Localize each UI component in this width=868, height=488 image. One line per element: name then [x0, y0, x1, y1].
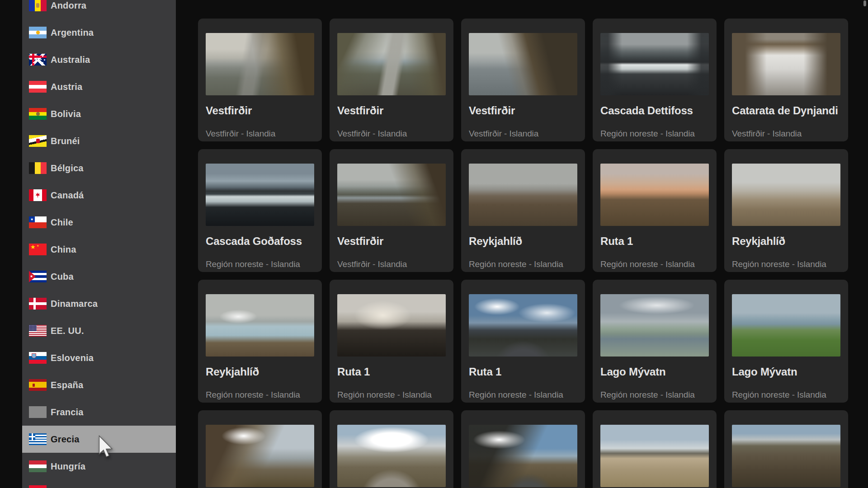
photo-title: Lago Mývatn — [600, 366, 709, 378]
photo-location: Región noreste - Islandia — [337, 390, 446, 399]
photo-thumbnail — [732, 164, 840, 226]
country-label: Grecia — [51, 434, 79, 445]
photo-card[interactable] — [330, 410, 453, 488]
country-flag-icon — [29, 325, 47, 337]
photo-thumbnail — [732, 33, 840, 95]
photo-thumbnail — [600, 425, 709, 487]
photo-thumbnail — [206, 425, 314, 487]
photo-thumbnail — [469, 425, 577, 487]
country-flag-icon — [29, 433, 47, 445]
photo-card[interactable]: Reykjahlíð Región noreste - Islandia — [461, 149, 585, 272]
photo-title: Reykjahlíð — [469, 235, 577, 247]
country-label: Bolivia — [51, 109, 81, 119]
country-label: España — [51, 380, 83, 390]
photo-card[interactable]: Ruta 1 Región noreste - Islandia — [461, 280, 585, 403]
sidebar-item-country[interactable]: Bélgica — [22, 155, 176, 182]
photo-card[interactable]: Reykjahlíð Región noreste - Islandia — [198, 280, 322, 403]
country-flag-icon — [29, 216, 47, 228]
photo-title: Ruta 1 — [600, 235, 709, 247]
photo-card[interactable]: Lago Mývatn Región noreste - Islandia — [593, 280, 717, 403]
country-flag-icon — [29, 271, 47, 282]
country-flag-icon — [29, 81, 47, 93]
photo-location: Región noreste - Islandia — [206, 390, 314, 399]
photo-card[interactable]: Cascada Dettifoss Región noreste - Islan… — [593, 19, 717, 141]
sidebar-item-country[interactable]: Argentina — [22, 19, 176, 46]
photo-grid: Vestfirðir Vestfirðir - Islandia Vestfir… — [198, 19, 848, 488]
photo-title: Vestfirðir — [337, 235, 446, 247]
sidebar-item-country[interactable]: Cuba — [22, 263, 176, 290]
photo-thumbnail — [206, 33, 314, 95]
photo-thumbnail — [337, 425, 446, 487]
country-flag-icon — [29, 244, 47, 255]
photo-card[interactable] — [724, 410, 848, 488]
sidebar-item-country[interactable]: Bolivia — [22, 100, 176, 127]
photo-card[interactable] — [198, 410, 322, 488]
sidebar-item-country[interactable]: Hungría — [22, 453, 176, 480]
photo-location: Región noreste - Islandia — [732, 390, 840, 399]
country-flag-icon — [29, 135, 47, 147]
sidebar-item-country[interactable]: Brunéi — [22, 127, 176, 155]
photo-card[interactable]: Vestfirðir Vestfirðir - Islandia — [461, 19, 585, 141]
photo-card[interactable]: Cascada Goðafoss Región noreste - Island… — [198, 149, 322, 272]
sidebar-item-country[interactable]: Andorra — [22, 0, 176, 19]
photo-thumbnail — [732, 425, 840, 487]
country-label: Argentina — [51, 28, 94, 38]
vertical-scrollbar-thumb[interactable] — [863, 0, 866, 6]
country-flag-icon — [29, 0, 47, 11]
photo-thumbnail — [337, 33, 446, 95]
photo-location: Vestfirðir - Islandia — [337, 260, 446, 269]
photo-card[interactable] — [461, 410, 585, 488]
photo-title: Vestfirðir — [337, 105, 446, 117]
sidebar-item-country[interactable]: Canadá — [22, 182, 176, 209]
photo-thumbnail — [600, 164, 709, 226]
country-label: Austria — [51, 82, 82, 92]
photo-thumbnail — [206, 164, 314, 226]
sidebar-item-country[interactable]: Grecia — [22, 426, 176, 453]
photo-thumbnail — [469, 294, 577, 357]
country-label: Eslovenia — [51, 353, 94, 363]
sidebar-item-country[interactable]: China — [22, 236, 176, 263]
country-label: Australia — [51, 55, 90, 65]
photo-title: Cascada Dettifoss — [600, 105, 709, 117]
country-label: Cuba — [51, 272, 74, 282]
app-window: { "colors": { "background": "#0d0d0d", "… — [0, 0, 868, 488]
country-sidebar: Andorra Argentina Australia Austria Boli… — [22, 0, 176, 488]
sidebar-item-country[interactable]: Chile — [22, 209, 176, 236]
sidebar-item-country[interactable]: EE. UU. — [22, 317, 176, 344]
country-flag-icon — [29, 189, 47, 201]
photo-thumbnail — [337, 164, 446, 226]
photo-card[interactable]: Vestfirðir Vestfirðir - Islandia — [330, 149, 453, 272]
sidebar-item-country[interactable]: Francia — [22, 399, 176, 426]
photo-location: Región noreste - Islandia — [469, 260, 577, 269]
country-flag-icon — [29, 352, 47, 364]
photo-location: Región noreste - Islandia — [600, 129, 709, 138]
country-flag-icon — [29, 406, 47, 418]
photo-card[interactable]: Vestfirðir Vestfirðir - Islandia — [198, 19, 322, 141]
sidebar-item-country[interactable]: Dinamarca — [22, 290, 176, 317]
photo-location: Vestfirðir - Islandia — [469, 129, 577, 138]
country-flag-icon — [29, 162, 47, 174]
photo-card[interactable]: Ruta 1 Región noreste - Islandia — [593, 149, 717, 272]
country-label: Francia — [51, 407, 84, 418]
country-list: Andorra Argentina Australia Austria Boli… — [22, 0, 176, 488]
sidebar-item-country[interactable]: Austria — [22, 73, 176, 100]
photo-card[interactable]: Reykjahlíð Región noreste - Islandia — [724, 149, 848, 272]
photo-card[interactable]: Vestfirðir Vestfirðir - Islandia — [330, 19, 453, 141]
country-label: Chile — [51, 217, 73, 228]
photo-thumbnail — [600, 294, 709, 357]
photo-thumbnail — [206, 294, 314, 357]
photo-location: Región noreste - Islandia — [600, 390, 709, 399]
photo-card[interactable] — [593, 410, 717, 488]
sidebar-item-country[interactable] — [22, 480, 176, 488]
sidebar-item-country[interactable]: Eslovenia — [22, 344, 176, 371]
sidebar-item-country[interactable]: Australia — [22, 46, 176, 73]
sidebar-item-country[interactable]: España — [22, 371, 176, 399]
photo-thumbnail — [600, 33, 709, 95]
country-label: Hungría — [51, 461, 85, 472]
photo-title: Lago Mývatn — [732, 366, 840, 378]
photo-card[interactable]: Ruta 1 Región noreste - Islandia — [330, 280, 453, 403]
photo-card[interactable]: Catarata de Dynjandi Vestfirðir - Island… — [724, 19, 848, 141]
photo-title: Reykjahlíð — [732, 235, 840, 247]
photo-card[interactable]: Lago Mývatn Región noreste - Islandia — [724, 280, 848, 403]
photo-thumbnail — [732, 294, 840, 357]
